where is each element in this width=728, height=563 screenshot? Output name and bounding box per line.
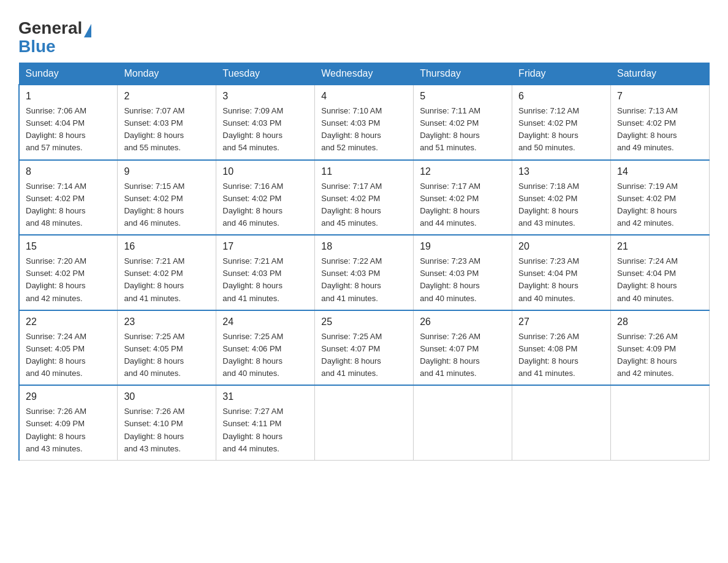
day-number: 28 bbox=[617, 315, 703, 329]
calendar-day-cell: 16Sunrise: 7:21 AMSunset: 4:02 PMDayligh… bbox=[118, 235, 216, 310]
calendar-table: SundayMondayTuesdayWednesdayThursdayFrid… bbox=[18, 63, 710, 461]
day-number: 21 bbox=[617, 239, 703, 254]
calendar-day-cell: 14Sunrise: 7:19 AMSunset: 4:02 PMDayligh… bbox=[611, 160, 710, 236]
day-info: Sunrise: 7:12 AMSunset: 4:02 PMDaylight:… bbox=[518, 105, 604, 155]
calendar-day-cell: 22Sunrise: 7:24 AMSunset: 4:05 PMDayligh… bbox=[19, 310, 118, 386]
page-header: General Blue bbox=[18, 12, 710, 56]
day-number: 16 bbox=[124, 239, 210, 254]
calendar-day-cell: 9Sunrise: 7:15 AMSunset: 4:02 PMDaylight… bbox=[118, 160, 216, 236]
day-number: 5 bbox=[420, 89, 506, 104]
calendar-day-cell: 1Sunrise: 7:06 AMSunset: 4:04 PMDaylight… bbox=[19, 85, 118, 160]
logo-general-text: General bbox=[18, 18, 82, 38]
day-info: Sunrise: 7:25 AMSunset: 4:06 PMDaylight:… bbox=[222, 331, 308, 380]
calendar-day-cell: 10Sunrise: 7:16 AMSunset: 4:02 PMDayligh… bbox=[216, 160, 315, 236]
calendar-day-cell: 19Sunrise: 7:23 AMSunset: 4:03 PMDayligh… bbox=[414, 235, 512, 310]
day-number: 7 bbox=[617, 89, 703, 104]
calendar-day-cell: 13Sunrise: 7:18 AMSunset: 4:02 PMDayligh… bbox=[512, 160, 611, 236]
weekday-header-monday: Monday bbox=[118, 63, 216, 85]
day-info: Sunrise: 7:26 AMSunset: 4:09 PMDaylight:… bbox=[617, 331, 703, 380]
day-info: Sunrise: 7:06 AMSunset: 4:04 PMDaylight:… bbox=[26, 105, 111, 155]
day-info: Sunrise: 7:26 AMSunset: 4:09 PMDaylight:… bbox=[26, 405, 111, 455]
day-info: Sunrise: 7:17 AMSunset: 4:02 PMDaylight:… bbox=[420, 180, 506, 230]
calendar-day-cell bbox=[611, 385, 710, 460]
day-number: 26 bbox=[420, 315, 506, 329]
day-info: Sunrise: 7:17 AMSunset: 4:02 PMDaylight:… bbox=[321, 180, 407, 230]
calendar-day-cell: 20Sunrise: 7:23 AMSunset: 4:04 PMDayligh… bbox=[512, 235, 611, 310]
calendar-day-cell: 17Sunrise: 7:21 AMSunset: 4:03 PMDayligh… bbox=[216, 235, 315, 310]
calendar-day-cell: 2Sunrise: 7:07 AMSunset: 4:03 PMDaylight… bbox=[118, 85, 216, 160]
calendar-day-cell: 18Sunrise: 7:22 AMSunset: 4:03 PMDayligh… bbox=[315, 235, 414, 310]
weekday-header-saturday: Saturday bbox=[611, 63, 710, 85]
day-number: 2 bbox=[124, 89, 210, 104]
weekday-header-thursday: Thursday bbox=[414, 63, 512, 85]
calendar-day-cell bbox=[512, 385, 611, 460]
day-number: 29 bbox=[26, 389, 111, 404]
day-number: 6 bbox=[518, 89, 604, 104]
day-info: Sunrise: 7:16 AMSunset: 4:02 PMDaylight:… bbox=[222, 180, 308, 230]
calendar-day-cell: 15Sunrise: 7:20 AMSunset: 4:02 PMDayligh… bbox=[19, 235, 118, 310]
day-info: Sunrise: 7:22 AMSunset: 4:03 PMDaylight:… bbox=[321, 255, 407, 305]
day-number: 10 bbox=[222, 164, 308, 179]
calendar-day-cell: 23Sunrise: 7:25 AMSunset: 4:05 PMDayligh… bbox=[118, 310, 216, 386]
day-number: 11 bbox=[321, 164, 407, 179]
day-number: 17 bbox=[222, 239, 308, 254]
day-number: 24 bbox=[222, 315, 308, 329]
day-info: Sunrise: 7:23 AMSunset: 4:04 PMDaylight:… bbox=[518, 255, 604, 305]
day-number: 18 bbox=[321, 239, 407, 254]
day-info: Sunrise: 7:20 AMSunset: 4:02 PMDaylight:… bbox=[26, 255, 111, 305]
day-number: 3 bbox=[222, 89, 308, 104]
day-number: 1 bbox=[26, 89, 111, 104]
day-info: Sunrise: 7:18 AMSunset: 4:02 PMDaylight:… bbox=[518, 180, 604, 230]
calendar-day-cell: 30Sunrise: 7:26 AMSunset: 4:10 PMDayligh… bbox=[118, 385, 216, 460]
logo: General Blue bbox=[18, 12, 91, 56]
calendar-week-row: 8Sunrise: 7:14 AMSunset: 4:02 PMDaylight… bbox=[19, 160, 710, 236]
weekday-header-tuesday: Tuesday bbox=[216, 63, 315, 85]
day-info: Sunrise: 7:25 AMSunset: 4:07 PMDaylight:… bbox=[321, 331, 407, 380]
day-info: Sunrise: 7:26 AMSunset: 4:10 PMDaylight:… bbox=[124, 405, 210, 455]
calendar-week-row: 1Sunrise: 7:06 AMSunset: 4:04 PMDaylight… bbox=[19, 85, 710, 160]
calendar-day-cell: 29Sunrise: 7:26 AMSunset: 4:09 PMDayligh… bbox=[19, 385, 118, 460]
calendar-day-cell: 28Sunrise: 7:26 AMSunset: 4:09 PMDayligh… bbox=[611, 310, 710, 386]
day-number: 23 bbox=[124, 315, 210, 329]
day-info: Sunrise: 7:26 AMSunset: 4:08 PMDaylight:… bbox=[518, 331, 604, 380]
day-info: Sunrise: 7:11 AMSunset: 4:02 PMDaylight:… bbox=[420, 105, 506, 155]
logo-blue-text: Blue bbox=[18, 37, 56, 56]
day-number: 8 bbox=[26, 164, 111, 179]
day-info: Sunrise: 7:24 AMSunset: 4:05 PMDaylight:… bbox=[26, 331, 111, 380]
calendar-day-cell bbox=[414, 385, 512, 460]
day-info: Sunrise: 7:26 AMSunset: 4:07 PMDaylight:… bbox=[420, 331, 506, 380]
calendar-day-cell: 12Sunrise: 7:17 AMSunset: 4:02 PMDayligh… bbox=[414, 160, 512, 236]
calendar-day-cell: 7Sunrise: 7:13 AMSunset: 4:02 PMDaylight… bbox=[611, 85, 710, 160]
calendar-day-cell: 3Sunrise: 7:09 AMSunset: 4:03 PMDaylight… bbox=[216, 85, 315, 160]
day-info: Sunrise: 7:10 AMSunset: 4:03 PMDaylight:… bbox=[321, 105, 407, 155]
calendar-day-cell: 4Sunrise: 7:10 AMSunset: 4:03 PMDaylight… bbox=[315, 85, 414, 160]
day-number: 22 bbox=[26, 315, 111, 329]
day-info: Sunrise: 7:14 AMSunset: 4:02 PMDaylight:… bbox=[26, 180, 111, 230]
day-number: 13 bbox=[518, 164, 604, 179]
day-number: 25 bbox=[321, 315, 407, 329]
day-number: 14 bbox=[617, 164, 703, 179]
calendar-day-cell: 8Sunrise: 7:14 AMSunset: 4:02 PMDaylight… bbox=[19, 160, 118, 236]
day-number: 15 bbox=[26, 239, 111, 254]
weekday-header-sunday: Sunday bbox=[19, 63, 118, 85]
day-info: Sunrise: 7:09 AMSunset: 4:03 PMDaylight:… bbox=[222, 105, 308, 155]
weekday-header-row: SundayMondayTuesdayWednesdayThursdayFrid… bbox=[19, 63, 710, 85]
day-info: Sunrise: 7:21 AMSunset: 4:03 PMDaylight:… bbox=[222, 255, 308, 305]
calendar-day-cell: 24Sunrise: 7:25 AMSunset: 4:06 PMDayligh… bbox=[216, 310, 315, 386]
day-number: 20 bbox=[518, 239, 604, 254]
calendar-day-cell: 27Sunrise: 7:26 AMSunset: 4:08 PMDayligh… bbox=[512, 310, 611, 386]
day-info: Sunrise: 7:24 AMSunset: 4:04 PMDaylight:… bbox=[617, 255, 703, 305]
calendar-week-row: 29Sunrise: 7:26 AMSunset: 4:09 PMDayligh… bbox=[19, 385, 710, 460]
day-number: 30 bbox=[124, 389, 210, 404]
day-info: Sunrise: 7:19 AMSunset: 4:02 PMDaylight:… bbox=[617, 180, 703, 230]
day-info: Sunrise: 7:27 AMSunset: 4:11 PMDaylight:… bbox=[222, 405, 308, 455]
day-info: Sunrise: 7:15 AMSunset: 4:02 PMDaylight:… bbox=[124, 180, 210, 230]
calendar-week-row: 22Sunrise: 7:24 AMSunset: 4:05 PMDayligh… bbox=[19, 310, 710, 386]
day-number: 4 bbox=[321, 89, 407, 104]
weekday-header-friday: Friday bbox=[512, 63, 611, 85]
day-info: Sunrise: 7:07 AMSunset: 4:03 PMDaylight:… bbox=[124, 105, 210, 155]
calendar-day-cell: 6Sunrise: 7:12 AMSunset: 4:02 PMDaylight… bbox=[512, 85, 611, 160]
day-number: 31 bbox=[222, 389, 308, 404]
weekday-header-wednesday: Wednesday bbox=[315, 63, 414, 85]
day-info: Sunrise: 7:13 AMSunset: 4:02 PMDaylight:… bbox=[617, 105, 703, 155]
